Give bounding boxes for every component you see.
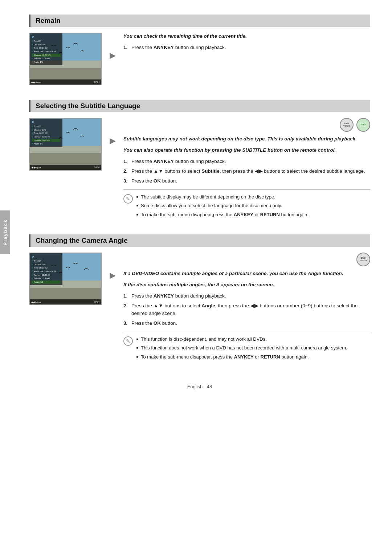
remain-step-1: 1. Press the ANYKEY button during playba… (123, 44, 370, 52)
camera-section: Changing the Camera Angle (29, 234, 370, 362)
subtitle-text: DVDVIDEO DivX Subtitle languages may not… (123, 118, 370, 220)
subtitle-bottom-left: ◀◀Adjust (31, 166, 41, 169)
subtitle-screen-bottom: ◀◀Adjust OP04 (30, 165, 101, 170)
camera-screen: ⚙ ○ Title Off ○ Chapter 3/43 ○ Time 00:0… (29, 253, 102, 305)
camera-note-2: This function does not work when a DVD h… (136, 344, 370, 352)
subtitle-header: Selecting the Subtitle Language (29, 100, 370, 112)
subtitle-note-2: Some discs allow you to select the langu… (136, 202, 370, 209)
camera-step-3: 3. Press the OK button. (123, 320, 370, 327)
dvd-video-badge: DVDVIDEO (340, 118, 354, 132)
remain-section: Remain (29, 15, 370, 85)
camera-badges: DVDVIDEO (123, 253, 370, 266)
subtitle-osd: ⚙ ○ Title Off ○ Chapter 3/43 ○ Time 00:0… (30, 119, 62, 147)
camera-bottom-left: ◀◀Adjust (31, 301, 41, 303)
divx-badge: DivX (356, 118, 370, 132)
footer-text: English - 48 (187, 384, 212, 389)
subtitle-intro1: Subtitle languages may not work dependin… (123, 135, 370, 143)
remain-steps: 1. Press the ANYKEY button during playba… (123, 44, 370, 52)
main-content: Remain (15, 0, 392, 415)
remain-text: You can check the remaining time of the … (123, 33, 370, 55)
camera-content-row: ⚙ ○ Title Off ○ Chapter 3/43 ○ Time 00:0… (29, 253, 370, 362)
subtitle-step-3: 3. Press the OK button. (123, 177, 370, 185)
subtitle-steps: 1. Press the ANYKEY button during playba… (123, 158, 370, 185)
remain-title: Remain (36, 17, 365, 25)
camera-header: Changing the Camera Angle (29, 234, 370, 247)
subtitle-section: Selecting the Subtitle Language (29, 100, 370, 220)
side-tab-label: Playback (3, 219, 8, 245)
remain-screen: ⚙ ○ Title Off ○ Chapter 3/43 ○ Time 00:0… (29, 33, 102, 85)
subtitle-notes: ✎ The subtitle display may be different … (123, 189, 370, 220)
camera-intro1: If a DVD-VIDEO contains multiple angles … (123, 270, 370, 278)
camera-osd: ⚙ ○ Title Off ○ Chapter 3/43 ○ Time 00:0… (30, 253, 62, 285)
camera-steps: 1. Press the ANYKEY button during playba… (123, 292, 370, 327)
subtitle-content-row: ⚙ ○ Title Off ○ Chapter 3/43 ○ Time 00:0… (29, 118, 370, 220)
camera-note-1: This function is disc-dependent, and may… (136, 336, 370, 343)
camera-step-2: 2. Press the ▲▼ buttons to select Angle,… (123, 302, 370, 318)
camera-arrow (107, 271, 118, 280)
subtitle-note-3: To make the sub–menu disappear,press the… (136, 211, 370, 218)
remain-bottom-right: OP04 (94, 81, 99, 83)
camera-notes: ✎ This function is disc-dependent, and m… (123, 332, 370, 362)
camera-note-3: To make the sub-menu disappear, press th… (136, 353, 370, 361)
subtitle-note-items: The subtitle display may be different de… (136, 193, 370, 220)
camera-intro2: If the disc contains multiple angles, th… (123, 281, 370, 289)
note-icon-subtitle: ✎ (123, 194, 133, 204)
subtitle-title: Selecting the Subtitle Language (36, 102, 365, 110)
remain-intro: You can check the remaining time of the … (123, 33, 370, 40)
camera-note-items: This function is disc-dependent, and may… (136, 336, 370, 362)
remain-screen-bottom: ◀◀Memo OP04 (30, 79, 101, 85)
subtitle-arrow (107, 136, 118, 146)
subtitle-step-2: 2. Press the ▲▼ buttons to select Subtit… (123, 168, 370, 175)
camera-screen-bottom: ◀◀Adjust OP04 (30, 299, 101, 304)
playback-side-tab: Playback (0, 210, 10, 254)
subtitle-note-1: The subtitle display may be different de… (136, 193, 370, 201)
subtitle-screen: ⚙ ○ Title Off ○ Chapter 3/43 ○ Time 00:0… (29, 118, 102, 171)
camera-text: DVDVIDEO If a DVD-VIDEO contains multipl… (123, 253, 370, 362)
note-icon-camera: ✎ (123, 336, 133, 346)
remain-content-row: ⚙ ○ Title Off ○ Chapter 3/43 ○ Time 00:0… (29, 33, 370, 85)
remain-osd: ⚙ ○ Title Off ○ Chapter 3/43 ○ Time 00:0… (30, 33, 62, 65)
page-footer: English - 48 (29, 377, 370, 400)
subtitle-bottom-right: OP04 (94, 166, 99, 168)
camera-step-1: 1. Press the ANYKEY button during playba… (123, 292, 370, 300)
camera-title: Changing the Camera Angle (36, 237, 365, 245)
camera-dvd-video-badge: DVDVIDEO (356, 253, 370, 266)
subtitle-intro2: You can also operate this function by pr… (123, 147, 370, 154)
subtitle-badges: DVDVIDEO DivX (123, 118, 370, 132)
camera-bottom-right: OP04 (94, 301, 99, 303)
subtitle-step-1: 1. Press the ANYKEY button during playba… (123, 158, 370, 165)
remain-bottom-left: ◀◀Memo (31, 81, 41, 83)
remain-arrow (107, 51, 118, 60)
remain-header: Remain (29, 15, 370, 27)
